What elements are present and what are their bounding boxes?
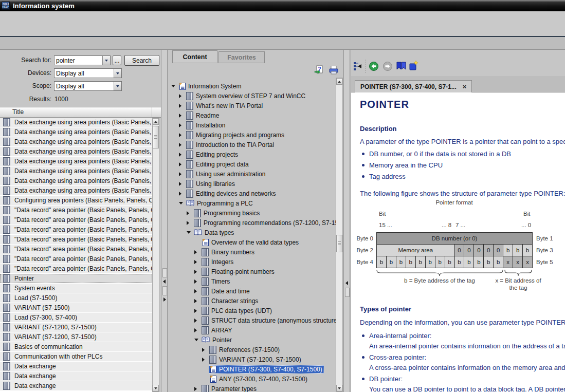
chevron-collapsed-icon[interactable] [179, 143, 186, 147]
chevron-collapsed-icon[interactable] [179, 153, 186, 157]
result-row[interactable]: Data exchange [0, 362, 152, 371]
tree-item[interactable]: ANY (S7-300, S7-400, S7-1500) [209, 375, 309, 383]
chevron-expanded-icon[interactable] [171, 85, 178, 87]
result-row[interactable]: Load (S7-1500) [0, 293, 152, 303]
tree-row[interactable]: Timers [168, 276, 336, 286]
right-splitter[interactable] [343, 50, 350, 392]
scrollbar-thumb[interactable] [336, 235, 342, 252]
result-row[interactable]: Data exchange [0, 371, 152, 381]
tree-item[interactable]: Editing project data [186, 160, 250, 169]
result-row[interactable]: Data exchange using area pointers (Basic… [0, 118, 152, 127]
tree-item[interactable]: Pointer [201, 336, 233, 344]
tree-item[interactable]: Binary numbers [201, 248, 256, 257]
scope-dropdown-arrow-icon[interactable] [114, 82, 121, 90]
result-row[interactable]: Data exchange using area pointers (Basic… [0, 176, 152, 185]
tree-item[interactable]: Date and time [201, 287, 251, 296]
tree-row[interactable]: Programming recommendations (S7-1200, S7… [168, 218, 336, 228]
chevron-collapsed-icon[interactable] [194, 328, 201, 332]
tree-item[interactable]: Floating-point numbers [201, 267, 276, 276]
expand-right-icon[interactable] [163, 297, 166, 302]
result-row[interactable]: Communication with other PLCs [0, 352, 152, 361]
splitter-handle[interactable] [162, 286, 167, 295]
tree-row[interactable]: Using libraries [168, 179, 336, 189]
chevron-expanded-icon[interactable] [179, 202, 186, 204]
tree-item[interactable]: Programming recommendations (S7-1200, S7… [193, 218, 336, 228]
search-button[interactable]: Search [124, 55, 159, 66]
chevron-collapsed-icon[interactable] [194, 319, 201, 323]
add-favorite-icon[interactable] [409, 61, 419, 71]
tree-row[interactable]: System overview of STEP 7 and WinCC [168, 91, 336, 101]
chevron-collapsed-icon[interactable] [194, 250, 201, 254]
tree-row[interactable]: Editing project data [168, 159, 336, 169]
chevron-collapsed-icon[interactable] [179, 94, 186, 98]
tree-item[interactable]: Editing projects [186, 150, 240, 159]
collapse-left-icon[interactable] [163, 279, 166, 284]
tree-row[interactable]: Parameter types [168, 384, 336, 392]
tree-item[interactable]: ARRAY [201, 326, 233, 335]
result-row[interactable]: "Data record" area pointer (Basic Panels… [0, 225, 152, 234]
chevron-collapsed-icon[interactable] [179, 192, 186, 196]
tree-row[interactable]: Character strings [168, 296, 336, 306]
result-row[interactable]: Basics of communication [0, 342, 152, 351]
result-row[interactable]: Load (S7-300, S7-400) [0, 313, 152, 322]
browse-button[interactable]: ... [113, 55, 121, 65]
tree-item[interactable]: Integers [201, 257, 235, 267]
tree-item[interactable]: References (S7-1500) [209, 345, 281, 354]
tree-item[interactable]: Parameter types [201, 384, 258, 392]
tree-row[interactable]: Data types [168, 228, 336, 237]
splitter-handle[interactable] [162, 268, 167, 277]
tree-row[interactable]: Editing devices and networks [168, 189, 336, 198]
tree-row[interactable]: VARIANT (S7-1200, S7-1500) [168, 354, 336, 364]
tree-item[interactable]: Programming a PLC [186, 199, 254, 208]
tree-row[interactable]: Information System [168, 81, 336, 91]
tree-row[interactable]: Binary numbers [168, 247, 336, 257]
tree-row[interactable]: Readme [168, 110, 336, 120]
chevron-collapsed-icon[interactable] [179, 104, 186, 108]
result-row[interactable]: Data exchange using area pointers (Basic… [0, 157, 152, 166]
result-row[interactable]: VARIANT (S7-1200, S7-1500) [0, 323, 152, 332]
tree-item[interactable]: What's new in TIA Portal [186, 101, 264, 110]
result-row[interactable]: "Data record" area pointer (Basic Panels… [0, 215, 152, 225]
tree-row[interactable]: References (S7-1500) [168, 345, 336, 354]
chevron-collapsed-icon[interactable] [187, 211, 193, 215]
tree-row[interactable]: Overview of the valid data types [168, 237, 336, 247]
tree-item[interactable]: Overview of the valid data types [201, 238, 300, 247]
result-row[interactable]: "Data record" area pointer (Basic Panels… [0, 264, 152, 273]
chevron-collapsed-icon[interactable] [202, 348, 209, 352]
tree-item[interactable]: Character strings [201, 296, 260, 306]
chevron-collapsed-icon[interactable] [179, 172, 186, 176]
scope-select[interactable]: Display all [54, 81, 122, 91]
tree-item[interactable]: Programming basics [193, 209, 261, 218]
tab-content[interactable]: Content [172, 50, 217, 63]
tree-row[interactable]: Installation [168, 120, 336, 130]
scroll-up-icon[interactable] [153, 118, 159, 125]
tree-item[interactable]: Migrating projects and programs [186, 130, 286, 140]
tree-item[interactable]: Installation [186, 121, 227, 130]
tree-item[interactable]: Using user administration [186, 170, 267, 179]
tree-item[interactable]: Timers [201, 277, 231, 286]
result-row[interactable]: VARIANT (S7-1500) [0, 303, 152, 312]
collapse-left-icon[interactable] [345, 281, 348, 285]
tree-row[interactable]: Using user administration [168, 169, 336, 179]
tree-row[interactable]: Pointer [168, 335, 336, 345]
result-row[interactable]: System events [0, 284, 152, 293]
help-tab[interactable]: POINTER (S7-300, S7-400, S7-1... × [355, 80, 472, 92]
result-row[interactable]: Data exchange using area pointers (Basic… [0, 137, 152, 146]
result-row[interactable]: Data exchange using area pointers (Basic… [0, 147, 152, 156]
tree-item[interactable]: PLC data types (UDT) [201, 306, 274, 315]
tree-row[interactable]: ARRAY [168, 325, 336, 335]
tree-row[interactable]: Programming a PLC [168, 198, 336, 208]
left-splitter[interactable] [161, 50, 168, 392]
search-input[interactable]: pointer [54, 55, 111, 65]
scroll-up-icon[interactable] [336, 78, 342, 85]
chevron-collapsed-icon[interactable] [194, 270, 201, 274]
tree-item[interactable]: Introduction to the TIA Portal [186, 140, 276, 150]
bookmarks-icon[interactable] [396, 62, 407, 71]
locate-topic-icon[interactable]: ? [314, 65, 324, 75]
result-row[interactable]: "Data record" area pointer (Basic Panels… [0, 206, 152, 215]
tree-row[interactable]: Programming basics [168, 208, 336, 218]
print-icon[interactable] [329, 65, 339, 75]
chevron-expanded-icon[interactable] [187, 231, 193, 234]
tree-row[interactable]: Editing projects [168, 150, 336, 159]
tab-favorites[interactable]: Favorites [218, 51, 265, 63]
